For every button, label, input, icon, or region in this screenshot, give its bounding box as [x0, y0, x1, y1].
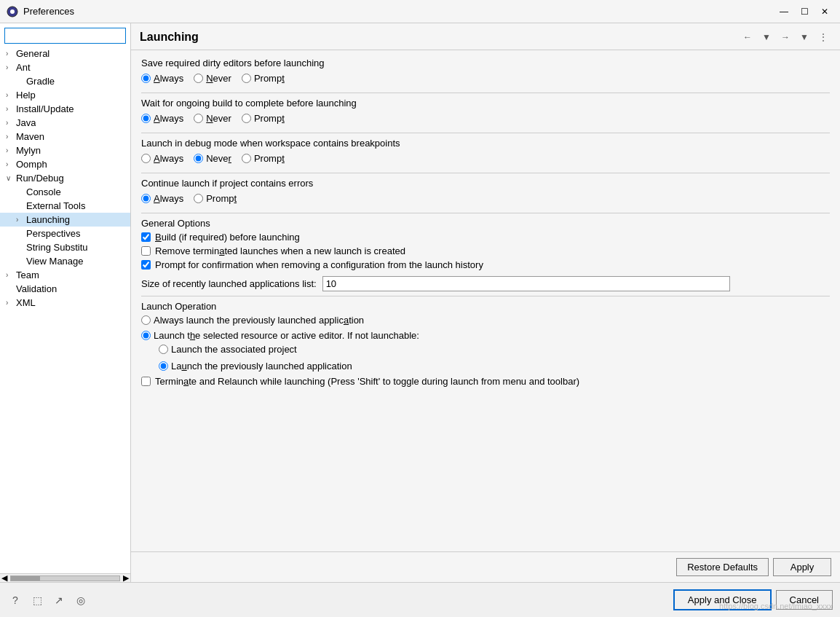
debug-mode-always-radio[interactable] [141, 154, 151, 163]
forward-icon[interactable]: → [777, 29, 793, 45]
back-icon[interactable]: ← [740, 29, 756, 45]
save-dirty-prompt[interactable]: Prompt [242, 73, 285, 84]
debug-mode-always[interactable]: Always [141, 153, 183, 164]
divider-2 [141, 133, 830, 133]
title-bar: Preferences — ☐ ✕ [0, 0, 840, 23]
section-debug-mode-title: Launch in debug mode when workspace cont… [141, 138, 830, 149]
checkbox-build-required[interactable]: Build (if required) before launching [141, 232, 830, 243]
remove-terminated-checkbox[interactable] [141, 246, 151, 256]
export-icon[interactable]: ⬚ [29, 592, 45, 608]
continue-errors-always[interactable]: Always [141, 193, 183, 204]
sidebar-item-help[interactable]: › Help [0, 88, 130, 102]
sidebar: › General › Ant Gradle › Help › Install/… [0, 23, 131, 582]
expand-arrow: › [6, 160, 16, 168]
search-input[interactable] [4, 28, 126, 44]
sidebar-item-external-tools[interactable]: External Tools [0, 199, 130, 213]
sub-prev-launched[interactable]: Launch the previously launched applicati… [159, 361, 830, 372]
sidebar-item-team[interactable]: › Team [0, 268, 130, 282]
checkbox-remove-terminated[interactable]: Remove terminated launches when a new la… [141, 245, 830, 256]
debug-mode-prompt[interactable]: Prompt [242, 153, 285, 164]
sidebar-item-ant[interactable]: › Ant [0, 60, 130, 74]
close-button[interactable]: ✕ [815, 4, 834, 19]
wait-build-never-radio[interactable] [194, 114, 203, 123]
debug-mode-never-radio[interactable] [194, 154, 203, 163]
window-controls: — ☐ ✕ [774, 4, 834, 19]
hscroll-track[interactable] [10, 575, 120, 581]
expand-arrow: › [6, 271, 16, 279]
size-input[interactable] [322, 276, 730, 291]
import-icon[interactable]: ↗ [51, 592, 67, 608]
dialog-body: › General › Ant Gradle › Help › Install/… [0, 23, 840, 582]
maximize-button[interactable]: ☐ [795, 4, 814, 19]
menu-icon[interactable]: ⋮ [815, 29, 831, 45]
terminate-relaunch-checkbox[interactable] [141, 377, 151, 386]
sidebar-scrollbar[interactable]: ◀ ▶ [0, 573, 130, 582]
sidebar-item-run-debug[interactable]: ∨ Run/Debug [0, 171, 130, 185]
sidebar-item-string-subst[interactable]: String Substitu [0, 240, 130, 254]
wait-build-prompt-radio[interactable] [242, 114, 251, 123]
sub-assoc-project[interactable]: Launch the associated project [159, 344, 830, 355]
prompt-confirmation-checkbox[interactable] [141, 260, 151, 270]
wait-build-prompt[interactable]: Prompt [242, 113, 285, 124]
sidebar-item-install-update[interactable]: › Install/Update [0, 102, 130, 116]
checkbox-prompt-confirmation[interactable]: Prompt for confirmation when removing a … [141, 259, 830, 270]
sidebar-item-mylyn[interactable]: › Mylyn [0, 144, 130, 157]
svg-point-1 [10, 9, 15, 14]
restore-defaults-button[interactable]: Restore Defaults [676, 558, 769, 576]
sidebar-item-perspectives[interactable]: Perspectives [0, 227, 130, 240]
divider-4 [141, 213, 830, 213]
debug-mode-prompt-radio[interactable] [242, 154, 251, 163]
sidebar-item-oomph[interactable]: › Oomph [0, 157, 130, 171]
minimize-button[interactable]: — [774, 4, 793, 19]
save-dirty-prompt-radio[interactable] [242, 74, 251, 83]
wait-build-always-radio[interactable] [141, 114, 151, 123]
section-wait-build: Wait for ongoing build to complete befor… [141, 98, 830, 127]
sidebar-item-launching[interactable]: › Launching [0, 213, 130, 227]
hscroll-thumb[interactable] [11, 576, 40, 581]
help-icon[interactable]: ? [7, 592, 23, 608]
sub-assoc-project-radio[interactable] [159, 345, 168, 354]
sidebar-item-java[interactable]: › Java [0, 116, 130, 130]
sidebar-item-gradle[interactable]: Gradle [0, 74, 130, 88]
debug-mode-never[interactable]: Never [194, 153, 231, 164]
section-general-options-title: General Options [141, 218, 830, 229]
launch-op-selected-resource[interactable]: Launch the selected resource or active e… [141, 330, 830, 341]
back-dropdown-icon[interactable]: ▼ [758, 29, 774, 45]
expand-arrow: › [6, 133, 16, 141]
expand-arrow: › [6, 119, 16, 127]
sidebar-item-maven[interactable]: › Maven [0, 130, 130, 144]
scroll-left-btn[interactable]: ◀ [1, 573, 7, 582]
main-header: Launching ← ▼ → ▼ ⋮ [131, 23, 840, 50]
sidebar-item-console[interactable]: Console [0, 185, 130, 199]
launch-op-selected-resource-radio[interactable] [141, 331, 151, 340]
launch-op-always-previous-radio[interactable] [141, 315, 151, 325]
launch-op-always-previous[interactable]: Always launch the previously launched ap… [141, 315, 830, 326]
continue-errors-prompt-radio[interactable] [194, 194, 203, 203]
section-debug-mode: Launch in debug mode when workspace cont… [141, 138, 830, 167]
section-save-dirty-title: Save required dirty editors before launc… [141, 58, 830, 68]
main-footer: Restore Defaults Apply [131, 551, 840, 582]
continue-errors-radio-group: Always Prompt [141, 192, 830, 207]
checkbox-terminate-relaunch[interactable]: Terminate and Relaunch while launching (… [141, 376, 830, 387]
apply-button[interactable]: Apply [773, 558, 831, 576]
save-dirty-never-radio[interactable] [194, 74, 203, 83]
settings-icon[interactable]: ◎ [73, 592, 89, 608]
wait-build-always[interactable]: Always [141, 113, 183, 124]
continue-errors-prompt[interactable]: Prompt [194, 193, 237, 204]
sidebar-item-validation[interactable]: Validation [0, 282, 130, 296]
continue-errors-always-radio[interactable] [141, 194, 151, 203]
wait-build-never[interactable]: Never [194, 113, 231, 124]
sidebar-item-xml[interactable]: › XML [0, 296, 130, 310]
save-dirty-always-radio[interactable] [141, 74, 151, 83]
sidebar-item-general[interactable]: › General [0, 47, 130, 60]
sidebar-item-view-manage[interactable]: View Manage [0, 254, 130, 268]
scroll-right-btn[interactable]: ▶ [123, 573, 129, 582]
forward-dropdown-icon[interactable]: ▼ [796, 29, 812, 45]
main-content: Save required dirty editors before launc… [131, 50, 840, 551]
section-save-dirty: Save required dirty editors before launc… [141, 58, 830, 87]
sub-prev-launched-radio[interactable] [159, 361, 168, 371]
section-general-options: General Options Build (if required) befo… [141, 218, 830, 270]
build-required-checkbox[interactable] [141, 232, 151, 242]
save-dirty-never[interactable]: Never [194, 73, 231, 84]
save-dirty-always[interactable]: Always [141, 73, 183, 84]
